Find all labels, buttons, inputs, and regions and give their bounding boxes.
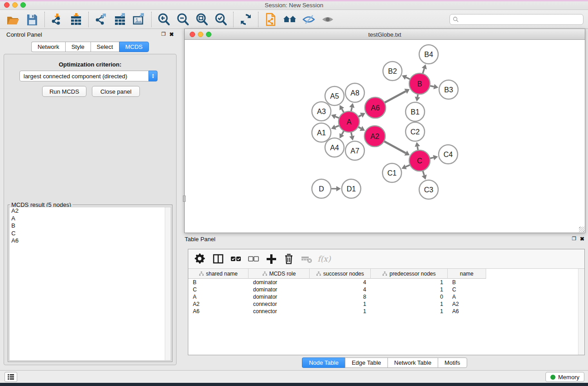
table-cell[interactable]: B — [448, 279, 486, 286]
edge-A-A3[interactable] — [335, 117, 339, 118]
edge-A-A1[interactable] — [335, 125, 339, 127]
table-close-panel-icon[interactable]: ✖ — [580, 236, 584, 242]
import-network-icon[interactable] — [49, 12, 65, 27]
column-header-successor-nodes[interactable]: successor nodes — [310, 269, 371, 279]
edge-A-A5[interactable] — [342, 109, 344, 113]
edge-A-A8[interactable] — [351, 107, 352, 111]
table-cell[interactable]: A — [188, 293, 249, 300]
save-session-icon[interactable] — [24, 12, 40, 27]
tab-style[interactable]: Style — [65, 42, 91, 52]
column-header-shared-name[interactable]: shared name — [188, 269, 249, 279]
export-table-icon[interactable] — [112, 12, 128, 27]
edge-A-A7[interactable] — [351, 132, 352, 136]
table-cell[interactable]: A — [448, 293, 486, 300]
zoom-out-icon[interactable] — [175, 12, 191, 27]
mcds-result-list[interactable]: A2ABCA6 — [9, 207, 171, 361]
network-canvas[interactable]: AA1A2A3A4A5A6A7A8BB1B2B3B4CC1C2C3C4DD1 — [185, 40, 585, 233]
float-panel-icon[interactable]: ❐ — [161, 31, 166, 37]
table-cell[interactable]: 1 — [310, 300, 371, 308]
export-image-icon[interactable] — [131, 12, 147, 27]
edge-C-C1[interactable] — [406, 165, 410, 167]
tab-mcds[interactable]: MCDS — [119, 42, 149, 52]
table-cell[interactable]: B — [188, 279, 249, 286]
tab-select[interactable]: Select — [91, 42, 119, 52]
delete-column-icon[interactable] — [282, 252, 296, 266]
tab-network[interactable]: Network — [31, 42, 65, 52]
network-view-window[interactable]: testGlobe.txt AA1A2A3A4A5A6A7A8BB1B2B3B4… — [184, 29, 585, 233]
table-cell[interactable]: dominator — [249, 279, 310, 286]
result-list-item[interactable]: C — [10, 230, 171, 238]
table-scrollbar[interactable] — [578, 269, 584, 355]
result-list-item[interactable]: A2 — [10, 207, 171, 215]
search-input[interactable] — [449, 14, 583, 25]
table-float-panel-icon[interactable]: ❐ — [572, 236, 576, 242]
table-cell[interactable]: dominator — [249, 286, 310, 293]
table-row[interactable]: Adominator80A — [188, 293, 578, 300]
column-header-name[interactable]: name — [448, 269, 486, 279]
table-cell[interactable]: connector — [249, 308, 310, 315]
result-list-item[interactable]: B — [10, 222, 171, 230]
network-document-icon[interactable] — [263, 12, 278, 27]
memory-button[interactable]: Memory — [545, 372, 584, 382]
edge-B-B2[interactable] — [406, 77, 410, 79]
result-list-item[interactable]: A — [10, 215, 171, 223]
network-window-titlebar[interactable]: testGlobe.txt — [185, 29, 585, 40]
run-mcds-button[interactable]: Run MCDS — [42, 86, 86, 97]
table-row[interactable]: A2connector11A2 — [188, 300, 578, 308]
column-layout-icon[interactable] — [211, 252, 225, 266]
search-field[interactable] — [459, 15, 583, 24]
edge-A6-B[interactable] — [384, 91, 406, 103]
export-network-icon[interactable] — [93, 12, 109, 27]
column-header-MCDS-role[interactable]: MCDS role — [249, 269, 310, 279]
table-cell[interactable]: 4 — [310, 279, 371, 286]
tab-edge-table[interactable]: Edge Table — [345, 357, 387, 368]
table-cell[interactable]: 1 — [371, 279, 448, 286]
edge-A-A4[interactable] — [342, 131, 344, 134]
table-settings-icon[interactable] — [194, 252, 207, 266]
table-row[interactable]: Cdominator41C — [188, 286, 578, 293]
open-session-icon[interactable] — [5, 12, 21, 27]
zoom-selected-icon[interactable] — [213, 12, 229, 27]
table-cell[interactable]: C — [188, 286, 249, 293]
edge-A2-C[interactable] — [384, 141, 406, 153]
table-cell[interactable]: 1 — [371, 300, 448, 308]
home-icon[interactable] — [282, 12, 297, 27]
edge-C-C4[interactable] — [430, 157, 433, 158]
tab-motifs[interactable]: Motifs — [438, 357, 467, 368]
tab-network-table[interactable]: Network Table — [387, 357, 438, 368]
show-eye-icon[interactable] — [320, 12, 335, 27]
table-cell[interactable]: A2 — [448, 300, 486, 308]
table-row[interactable]: A6connector11A6 — [188, 308, 578, 315]
table-cell[interactable]: 8 — [310, 293, 371, 300]
add-column-icon[interactable] — [264, 252, 278, 266]
close-panel-icon[interactable]: ✖ — [169, 31, 174, 38]
table-cell[interactable]: 1 — [371, 286, 448, 293]
splitter-handle[interactable] — [183, 195, 186, 202]
edge-C-C3[interactable] — [423, 171, 424, 176]
optimization-criterion-select[interactable]: largest connected component (directed) ▲… — [19, 71, 158, 81]
refresh-icon[interactable] — [238, 12, 253, 27]
result-scrollbar[interactable] — [165, 207, 171, 360]
table-cell[interactable]: A6 — [448, 308, 486, 315]
network-graph[interactable]: AA1A2A3A4A5A6A7A8BB1B2B3B4CC1C2C3C4DD1 — [185, 40, 585, 233]
zoom-fit-icon[interactable] — [194, 12, 210, 27]
edge-C-C2[interactable] — [417, 147, 418, 151]
edge-B-B4[interactable] — [423, 69, 425, 74]
table-rows[interactable]: Bdominator41BCdominator41CAdominator80AA… — [188, 279, 578, 355]
table-cell[interactable]: 1 — [371, 308, 448, 315]
result-list-item[interactable]: A6 — [10, 237, 171, 245]
unselect-all-icon[interactable] — [247, 252, 260, 266]
import-table-icon[interactable] — [68, 12, 84, 27]
tab-node-table[interactable]: Node Table — [302, 357, 345, 368]
table-cell[interactable]: 1 — [310, 308, 371, 315]
table-cell[interactable]: connector — [249, 300, 310, 308]
table-cell[interactable]: 0 — [371, 293, 448, 300]
window-resize-grip[interactable] — [579, 227, 584, 232]
table-cell[interactable]: C — [448, 286, 486, 293]
table-cell[interactable]: 4 — [310, 286, 371, 293]
table-cell[interactable]: dominator — [249, 293, 310, 300]
hide-panels-icon[interactable] — [301, 12, 316, 27]
task-history-button[interactable] — [5, 372, 17, 382]
table-cell[interactable]: A2 — [188, 300, 249, 308]
close-panel-button[interactable]: Close panel — [92, 86, 140, 97]
